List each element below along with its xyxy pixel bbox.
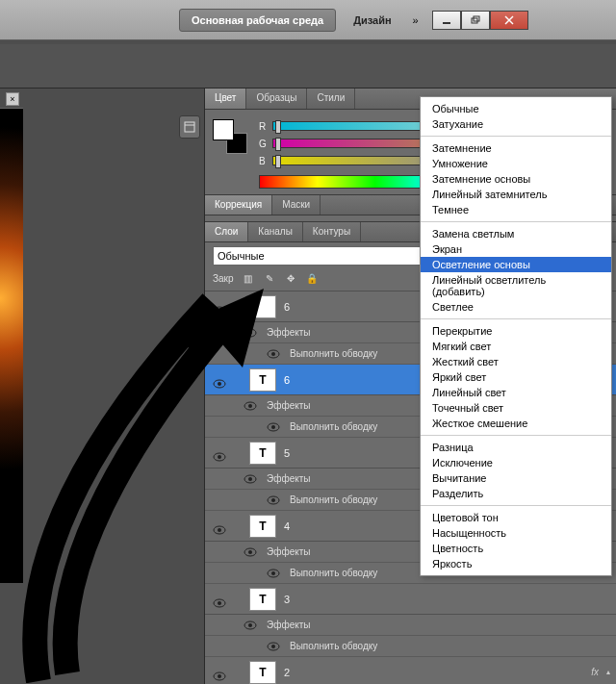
blend-mode-item[interactable]: Замена светлым (421, 226, 611, 241)
expand-chevron-icon[interactable]: » (405, 14, 426, 26)
svg-point-26 (218, 528, 221, 532)
svg-point-38 (218, 674, 221, 678)
tab-channels[interactable]: Каналы (248, 222, 303, 241)
svg-point-12 (271, 352, 275, 356)
blend-mode-item[interactable]: Линейный свет (421, 385, 611, 400)
visibility-eye-icon[interactable] (267, 642, 280, 651)
visibility-eye-icon[interactable] (213, 448, 226, 458)
blend-mode-item[interactable]: Яркость (421, 556, 611, 571)
stroke-label: Выполнить обводку (290, 494, 377, 505)
visibility-eye-icon[interactable] (267, 349, 280, 359)
visibility-eye-icon[interactable] (213, 375, 226, 385)
blend-mode-item[interactable]: Вычитание (421, 470, 611, 486)
svg-point-36 (271, 645, 275, 648)
blend-mode-item[interactable]: Обычные (421, 101, 611, 116)
svg-point-28 (248, 550, 252, 554)
lock-pixels-icon[interactable]: ✎ (263, 271, 276, 285)
lock-transparency-icon[interactable]: ▥ (242, 271, 255, 285)
blend-mode-item[interactable]: Линейный затемнитель (421, 187, 611, 202)
layer-row[interactable]: T2fx▴ (205, 657, 616, 684)
visibility-eye-icon[interactable] (244, 547, 257, 557)
blend-mode-item[interactable]: Умножение (421, 156, 611, 171)
blend-mode-item[interactable]: Яркий свет (421, 369, 611, 385)
stroke-label: Выполнить обводку (290, 641, 377, 651)
blend-mode-item[interactable]: Затемнение (421, 140, 611, 156)
blend-mode-item[interactable]: Точечный свет (421, 400, 611, 416)
collapse-icon[interactable]: ▴ (606, 668, 610, 676)
blend-mode-item[interactable]: Светлее (421, 299, 611, 315)
blend-mode-item[interactable]: Темнее (421, 202, 611, 217)
blend-mode-item[interactable]: Насыщенность (421, 525, 611, 541)
effects-label: Эффекты (267, 620, 310, 630)
layer-effects-row[interactable]: Эффекты (205, 615, 616, 636)
visibility-eye-icon[interactable] (244, 328, 257, 338)
tab-styles[interactable]: Стили (307, 89, 355, 109)
svg-point-32 (218, 601, 221, 605)
svg-point-16 (248, 404, 252, 408)
document-close-button[interactable]: × (6, 92, 19, 106)
layer-effect-stroke-row[interactable]: Выполнить обводку (205, 636, 616, 657)
visibility-eye-icon[interactable] (244, 474, 257, 484)
blend-mode-item[interactable]: Затемнение основы (421, 171, 611, 187)
svg-point-8 (218, 309, 221, 313)
fg-bg-swatches[interactable] (213, 119, 247, 154)
window-minimize-button[interactable] (432, 11, 461, 30)
blend-mode-item[interactable]: Осветление основы (421, 257, 611, 272)
blend-mode-value: Обычные (218, 250, 265, 262)
tab-correction[interactable]: Коррекция (205, 195, 272, 215)
svg-point-22 (248, 477, 252, 481)
layer-thumbnail[interactable]: T (249, 515, 276, 538)
blend-mode-item[interactable]: Разница (421, 440, 611, 455)
layer-thumbnail[interactable] (249, 295, 276, 318)
workspace-button[interactable]: Основная рабочая среда (179, 9, 336, 32)
svg-point-34 (248, 623, 252, 627)
blend-mode-item[interactable]: Мягкий свет (421, 339, 611, 354)
layer-thumbnail[interactable]: T (249, 368, 276, 392)
blend-mode-item[interactable]: Линейный осветлитель (добавить) (421, 272, 611, 299)
blend-mode-item[interactable]: Жесткий свет (421, 354, 611, 369)
visibility-eye-icon[interactable] (267, 569, 280, 578)
layer-thumbnail[interactable]: T (249, 661, 276, 684)
svg-point-14 (218, 382, 221, 386)
visibility-eye-icon[interactable] (244, 401, 257, 411)
tab-layers[interactable]: Слои (205, 222, 248, 241)
design-button[interactable]: Дизайн (340, 14, 404, 26)
tab-paths[interactable]: Контуры (303, 222, 361, 241)
blend-mode-item[interactable]: Разделить (421, 486, 611, 501)
window-close-button[interactable] (490, 11, 528, 30)
svg-point-18 (271, 425, 275, 429)
lock-position-icon[interactable]: ✥ (284, 271, 297, 285)
visibility-eye-icon[interactable] (213, 521, 226, 531)
blend-mode-item[interactable]: Цветовой тон (421, 510, 611, 525)
lock-all-icon[interactable]: 🔒 (305, 271, 319, 285)
window-restore-button[interactable] (461, 11, 490, 30)
layer-thumbnail[interactable]: T (249, 442, 276, 465)
blend-mode-item[interactable]: Затухание (421, 116, 611, 132)
blend-mode-item[interactable]: Жесткое смешение (421, 416, 611, 431)
blend-mode-item[interactable]: Исключение (421, 455, 611, 470)
tab-swatches[interactable]: Образцы (246, 89, 307, 109)
effects-label: Эффекты (267, 400, 310, 411)
layer-name: 6 (284, 374, 290, 386)
tab-color[interactable]: Цвет (205, 89, 246, 109)
visibility-eye-icon[interactable] (267, 422, 280, 432)
blend-mode-menu: ОбычныеЗатуханиеЗатемнениеУмножениеЗатем… (420, 96, 612, 576)
b-label: B (259, 156, 272, 166)
layer-row[interactable]: T3 (205, 584, 616, 615)
tab-masks[interactable]: Маски (272, 195, 321, 215)
visibility-eye-icon[interactable] (213, 595, 226, 604)
svg-point-20 (218, 455, 221, 459)
fx-badge[interactable]: fx (591, 667, 599, 677)
visibility-eye-icon[interactable] (244, 621, 257, 630)
layer-name: 6 (284, 301, 290, 313)
visibility-eye-icon[interactable] (213, 302, 226, 312)
layer-thumbnail[interactable]: T (249, 588, 276, 611)
foreground-color-swatch[interactable] (213, 119, 234, 140)
collapsed-panel-icon[interactable] (179, 115, 200, 139)
blend-mode-item[interactable]: Цветность (421, 541, 611, 556)
blend-mode-item[interactable]: Экран (421, 241, 611, 257)
blend-mode-item[interactable]: Перекрытие (421, 323, 611, 339)
visibility-eye-icon[interactable] (213, 668, 226, 677)
effects-label: Эффекты (267, 327, 310, 338)
visibility-eye-icon[interactable] (267, 495, 280, 505)
